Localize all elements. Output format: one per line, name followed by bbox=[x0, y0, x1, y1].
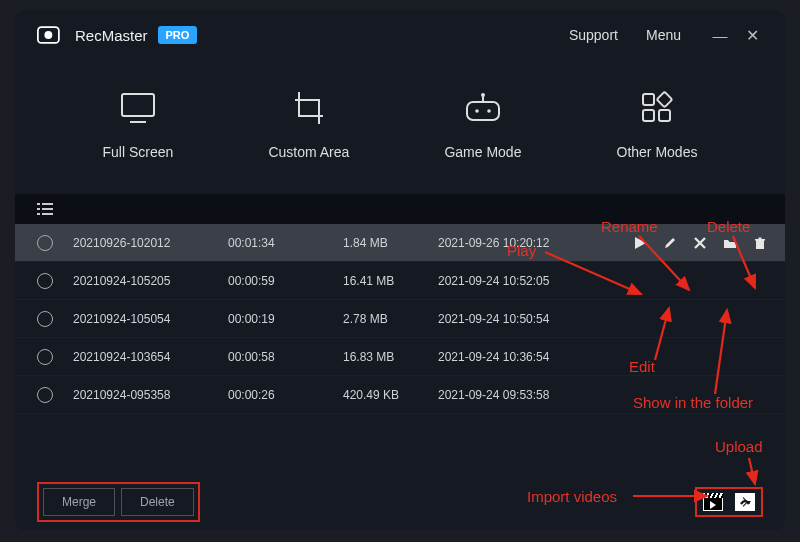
cell-size: 420.49 KB bbox=[343, 388, 438, 402]
cell-size: 2.78 MB bbox=[343, 312, 438, 326]
app-name: RecMaster bbox=[75, 27, 148, 44]
svg-rect-14 bbox=[42, 203, 53, 205]
pro-badge: PRO bbox=[158, 26, 198, 44]
mode-other[interactable]: Other Modes bbox=[617, 90, 698, 160]
cell-date: 2021-09-24 10:36:54 bbox=[438, 350, 608, 364]
annotation-upload: Upload bbox=[715, 438, 763, 455]
upload-icon[interactable] bbox=[735, 493, 755, 511]
minimize-button[interactable]: — bbox=[709, 27, 731, 44]
cell-name: 20210924-095358 bbox=[73, 388, 228, 402]
svg-rect-4 bbox=[467, 102, 499, 120]
cell-duration: 00:00:19 bbox=[228, 312, 343, 326]
row-checkbox[interactable] bbox=[37, 387, 53, 403]
merge-button[interactable]: Merge bbox=[43, 488, 115, 516]
row-checkbox[interactable] bbox=[37, 349, 53, 365]
cell-date: 2021-09-26 10:20:12 bbox=[438, 236, 608, 250]
footer-bar: Merge Delete bbox=[15, 482, 785, 522]
folder-icon[interactable] bbox=[723, 236, 737, 250]
mode-game[interactable]: Game Mode bbox=[444, 90, 521, 160]
svg-rect-9 bbox=[643, 94, 654, 105]
svg-point-8 bbox=[487, 109, 491, 113]
mode-label: Game Mode bbox=[444, 144, 521, 160]
crop-icon bbox=[289, 90, 329, 126]
row-checkbox[interactable] bbox=[37, 311, 53, 327]
svg-rect-12 bbox=[657, 92, 673, 108]
cell-name: 20210924-103654 bbox=[73, 350, 228, 364]
svg-marker-19 bbox=[635, 237, 646, 249]
svg-rect-17 bbox=[37, 213, 40, 215]
svg-rect-15 bbox=[37, 208, 40, 210]
support-link[interactable]: Support bbox=[569, 27, 618, 43]
svg-rect-18 bbox=[42, 213, 53, 215]
list-header-bar bbox=[15, 194, 785, 224]
monitor-icon bbox=[118, 90, 158, 126]
cell-duration: 00:01:34 bbox=[228, 236, 343, 250]
svg-line-28 bbox=[749, 458, 755, 484]
list-view-icon[interactable] bbox=[37, 202, 53, 216]
delete-button[interactable]: Delete bbox=[121, 488, 194, 516]
cell-name: 20210924-105054 bbox=[73, 312, 228, 326]
svg-point-7 bbox=[475, 109, 479, 113]
cell-date: 2021-09-24 10:50:54 bbox=[438, 312, 608, 326]
play-icon[interactable] bbox=[633, 236, 647, 250]
row-actions bbox=[633, 236, 767, 250]
title-bar: RecMaster PRO Support Menu — ✕ bbox=[15, 10, 785, 60]
svg-point-6 bbox=[481, 93, 485, 97]
recording-row[interactable]: 20210924-095358 00:00:26 420.49 KB 2021-… bbox=[15, 376, 785, 414]
cell-name: 20210924-105205 bbox=[73, 274, 228, 288]
cell-duration: 00:00:59 bbox=[228, 274, 343, 288]
recording-row[interactable]: 20210924-105054 00:00:19 2.78 MB 2021-09… bbox=[15, 300, 785, 338]
recordings-list: 20210926-102012 00:01:34 1.84 MB 2021-09… bbox=[15, 224, 785, 414]
svg-rect-16 bbox=[42, 208, 53, 210]
import-videos-icon[interactable] bbox=[703, 493, 723, 511]
recording-row[interactable]: 20210926-102012 00:01:34 1.84 MB 2021-09… bbox=[15, 224, 785, 262]
mode-label: Custom Area bbox=[268, 144, 349, 160]
row-checkbox[interactable] bbox=[37, 273, 53, 289]
cell-duration: 00:00:26 bbox=[228, 388, 343, 402]
svg-rect-10 bbox=[643, 110, 654, 121]
footer-button-group: Merge Delete bbox=[37, 482, 200, 522]
rename-icon[interactable] bbox=[693, 236, 707, 250]
cell-size: 1.84 MB bbox=[343, 236, 438, 250]
app-window: RecMaster PRO Support Menu — ✕ Full Scre… bbox=[15, 10, 785, 530]
recording-row[interactable]: 20210924-105205 00:00:59 16.41 MB 2021-0… bbox=[15, 262, 785, 300]
recording-row[interactable]: 20210924-103654 00:00:58 16.83 MB 2021-0… bbox=[15, 338, 785, 376]
mode-toolbar: Full Screen Custom Area Game Mode Other … bbox=[15, 60, 785, 194]
cell-size: 16.41 MB bbox=[343, 274, 438, 288]
cell-duration: 00:00:58 bbox=[228, 350, 343, 364]
cell-date: 2021-09-24 09:53:58 bbox=[438, 388, 608, 402]
svg-point-1 bbox=[44, 31, 52, 39]
mode-label: Full Screen bbox=[103, 144, 174, 160]
close-button[interactable]: ✕ bbox=[741, 26, 763, 45]
mode-full-screen[interactable]: Full Screen bbox=[103, 90, 174, 160]
svg-rect-2 bbox=[122, 94, 154, 116]
mode-label: Other Modes bbox=[617, 144, 698, 160]
menu-link[interactable]: Menu bbox=[646, 27, 681, 43]
row-checkbox[interactable] bbox=[37, 235, 53, 251]
svg-rect-11 bbox=[659, 110, 670, 121]
app-logo-icon bbox=[37, 24, 65, 46]
cell-name: 20210926-102012 bbox=[73, 236, 228, 250]
grid-icon bbox=[637, 90, 677, 126]
footer-icon-group bbox=[695, 487, 763, 517]
svg-rect-13 bbox=[37, 203, 40, 205]
edit-icon[interactable] bbox=[663, 236, 677, 250]
delete-icon[interactable] bbox=[753, 236, 767, 250]
mode-custom-area[interactable]: Custom Area bbox=[268, 90, 349, 160]
svg-rect-20 bbox=[735, 493, 755, 511]
cell-size: 16.83 MB bbox=[343, 350, 438, 364]
cell-date: 2021-09-24 10:52:05 bbox=[438, 274, 608, 288]
gamepad-icon bbox=[463, 90, 503, 126]
